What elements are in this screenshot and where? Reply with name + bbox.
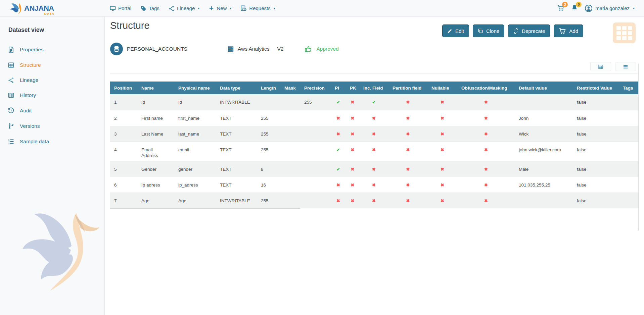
sidebar-item-properties[interactable]: Properties bbox=[0, 42, 104, 57]
cell-length: 16 bbox=[257, 177, 280, 193]
monitor-icon bbox=[110, 5, 116, 11]
cell-precision bbox=[300, 161, 331, 177]
column-header-data-type[interactable]: Data type bbox=[216, 82, 257, 94]
main-content: Structure EditCloneDeprecateAdd PERSONAL… bbox=[105, 17, 644, 315]
user-menu[interactable]: maria gonzalez ▾ bbox=[585, 4, 635, 12]
nav-requests[interactable]: Requests▾ bbox=[240, 5, 275, 11]
cell-nullable: ✖ bbox=[427, 193, 457, 208]
list-view-button[interactable] bbox=[615, 62, 636, 71]
sidebar-item-versions[interactable]: Versions bbox=[0, 118, 104, 134]
cross-icon: ✖ bbox=[441, 198, 444, 203]
cell-mask bbox=[280, 94, 300, 110]
anjana-logo[interactable]: ANJANA DATA bbox=[10, 2, 54, 15]
sidebar-item-history[interactable]: History bbox=[0, 88, 104, 103]
deprecate-button[interactable]: Deprecate bbox=[508, 24, 550, 37]
nav-portal[interactable]: Portal bbox=[110, 5, 131, 11]
requests-icon bbox=[240, 5, 247, 11]
table-row[interactable]: 2First namefirst_nameTEXT255✖✖✖✖✖✖Johnfa… bbox=[110, 110, 638, 126]
button-label: Deprecate bbox=[522, 28, 545, 34]
sidebar-item-lineage[interactable]: Lineage bbox=[0, 73, 104, 88]
sidebar-heading: Dataset view bbox=[8, 27, 104, 34]
column-header-pk[interactable]: PK bbox=[346, 82, 359, 94]
cross-icon: ✖ bbox=[406, 100, 410, 105]
column-header-name[interactable]: Name bbox=[137, 82, 174, 94]
table-partial-bottom-border bbox=[110, 208, 300, 209]
cell-mask bbox=[280, 193, 300, 208]
unlink-icon bbox=[513, 28, 519, 34]
column-header-restricted-value[interactable]: Restricted Value bbox=[573, 82, 619, 94]
table-view-button[interactable] bbox=[590, 62, 611, 71]
cross-icon: ✖ bbox=[336, 198, 340, 203]
audit-icon bbox=[7, 107, 15, 114]
cross-icon: ✖ bbox=[441, 132, 444, 137]
cell-restricted_value: false bbox=[573, 110, 619, 126]
notifications-button[interactable]: 0 bbox=[571, 4, 578, 13]
table-row[interactable]: 5GendergenderTEXT8✔✖✖✖✖✖Malefalse bbox=[110, 161, 638, 177]
cross-icon: ✖ bbox=[372, 116, 376, 121]
cell-name: Last Name bbox=[137, 126, 174, 142]
column-header-partition-field[interactable]: Partition field bbox=[388, 82, 427, 94]
sidebar-item-audit[interactable]: Audit bbox=[0, 103, 104, 118]
cell-pk: ✖ bbox=[346, 94, 359, 110]
cell-position: 3 bbox=[110, 126, 137, 142]
clone-button[interactable]: Clone bbox=[473, 24, 504, 37]
cell-obfuscation_masking: ✖ bbox=[457, 110, 515, 126]
column-header-mask[interactable]: Mask bbox=[280, 82, 300, 94]
table-row[interactable]: 6Ip adressip_adressTEXT16✖✖✖✖✖✖101.035.2… bbox=[110, 177, 638, 193]
column-header-inc-field[interactable]: Inc. Field bbox=[359, 82, 388, 94]
database-icon bbox=[110, 43, 123, 55]
cell-restricted_value: false bbox=[573, 177, 619, 193]
cell-pk: ✖ bbox=[346, 193, 359, 208]
column-header-precision[interactable]: Precision bbox=[300, 82, 331, 94]
cell-data_type: INTWRITABLE bbox=[216, 94, 257, 110]
column-header-tags[interactable]: Tags bbox=[619, 82, 638, 94]
cross-icon: ✖ bbox=[484, 100, 488, 105]
cell-pi: ✔ bbox=[331, 142, 346, 161]
cell-restricted_value: false bbox=[573, 161, 619, 177]
cell-data_type: INTWRITABLE bbox=[216, 193, 257, 208]
cell-length: 8 bbox=[257, 161, 280, 177]
nav-new[interactable]: New▾ bbox=[209, 5, 231, 11]
table-row[interactable]: 4Email AddressemailTEXT255✔✖✖✖✖✖john.wic… bbox=[110, 142, 638, 161]
cell-data_type: TEXT bbox=[216, 177, 257, 193]
cross-icon: ✖ bbox=[351, 198, 355, 203]
cross-icon: ✖ bbox=[441, 182, 444, 188]
dataset-name: PERSONAL_ACCOUNTS bbox=[127, 46, 187, 52]
history-icon bbox=[7, 92, 15, 99]
structure-icon bbox=[7, 62, 15, 68]
cart-button[interactable]: 3 bbox=[557, 4, 564, 13]
cell-precision bbox=[300, 177, 331, 193]
column-header-pi[interactable]: PI bbox=[331, 82, 346, 94]
cell-tags bbox=[619, 126, 638, 142]
column-header-position[interactable]: Position bbox=[110, 82, 137, 94]
column-header-obfuscation-masking[interactable]: Obfuscation/Masking bbox=[457, 82, 515, 94]
cell-position: 7 bbox=[110, 193, 137, 208]
cross-icon: ✖ bbox=[351, 147, 355, 152]
cross-icon: ✖ bbox=[351, 116, 355, 121]
nav-tags[interactable]: Tags bbox=[140, 5, 159, 11]
column-header-default-value[interactable]: Default value bbox=[515, 82, 573, 94]
sidebar-item-sample-data[interactable]: 123Sample data bbox=[0, 134, 104, 149]
table-row[interactable]: 7AgeAgeINTWRITABLE255✖✖✖✖✖✖false bbox=[110, 193, 638, 208]
table-view-icon bbox=[598, 64, 603, 69]
add-button[interactable]: Add bbox=[554, 24, 583, 37]
table-row[interactable]: 3Last Namelast_nameTEXT255✖✖✖✖✖✖Wickfals… bbox=[110, 126, 638, 142]
nav-lineage[interactable]: Lineage▾ bbox=[169, 5, 199, 11]
sampledata-icon: 123 bbox=[7, 138, 15, 145]
cell-mask bbox=[280, 177, 300, 193]
column-header-nullable[interactable]: Nullable bbox=[427, 82, 457, 94]
brand-name: ANJANA bbox=[24, 4, 54, 12]
cell-mask bbox=[280, 161, 300, 177]
cell-tags bbox=[619, 110, 638, 126]
cross-icon: ✖ bbox=[351, 182, 355, 188]
table-row[interactable]: 1IdIdINTWRITABLE255✔✖✔✖✖✖false bbox=[110, 94, 638, 110]
column-header-length[interactable]: Length bbox=[257, 82, 280, 94]
column-header-physical-name[interactable]: Physical name bbox=[174, 82, 216, 94]
edit-button[interactable]: Edit bbox=[442, 24, 469, 37]
cell-obfuscation_masking: ✖ bbox=[457, 94, 515, 110]
cross-icon: ✖ bbox=[441, 100, 444, 105]
cross-icon: ✖ bbox=[336, 132, 340, 137]
cross-icon: ✖ bbox=[372, 132, 376, 137]
sidebar-item-structure[interactable]: Structure bbox=[0, 57, 104, 73]
cell-inc_field: ✖ bbox=[359, 142, 388, 161]
